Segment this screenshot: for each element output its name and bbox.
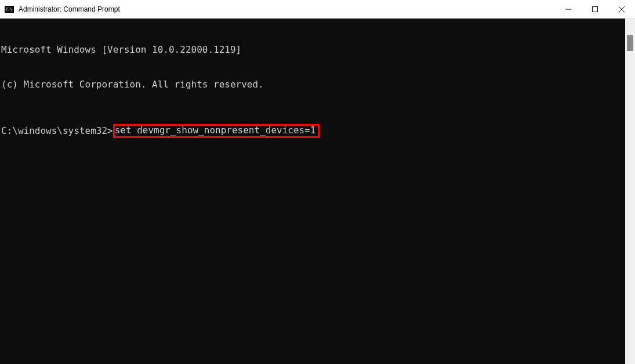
scroll-up-button[interactable] [625, 19, 635, 28]
terminal-line-copyright: (c) Microsoft Corporation. All rights re… [0, 79, 625, 90]
vertical-scrollbar[interactable] [625, 19, 635, 364]
cmd-icon: C:\ [5, 5, 14, 14]
terminal-line-version: Microsoft Windows [Version 10.0.22000.12… [0, 44, 625, 56]
window-controls [555, 0, 635, 18]
command-highlight-box: set devmgr_show_nonpresent_devices=1 [113, 124, 320, 138]
svg-text:C:\: C:\ [6, 7, 12, 11]
titlebar[interactable]: C:\ Administrator: Command Prompt [0, 0, 635, 19]
minimize-button[interactable] [555, 0, 582, 19]
terminal-command: set devmgr_show_nonpresent_devices=1 [115, 125, 316, 136]
window-title: Administrator: Command Prompt [19, 5, 120, 13]
close-button[interactable] [608, 0, 635, 19]
content-area: Microsoft Windows [Version 10.0.22000.12… [0, 19, 635, 364]
maximize-button[interactable] [582, 0, 608, 19]
scroll-down-button[interactable] [625, 354, 635, 364]
scroll-thumb[interactable] [627, 35, 633, 51]
terminal-prompt-row: C:\windows\system32>set devmgr_show_nonp… [0, 125, 625, 138]
terminal-prompt: C:\windows\system32> [0, 125, 113, 138]
terminal[interactable]: Microsoft Windows [Version 10.0.22000.12… [0, 19, 625, 364]
svg-rect-4 [593, 7, 598, 12]
